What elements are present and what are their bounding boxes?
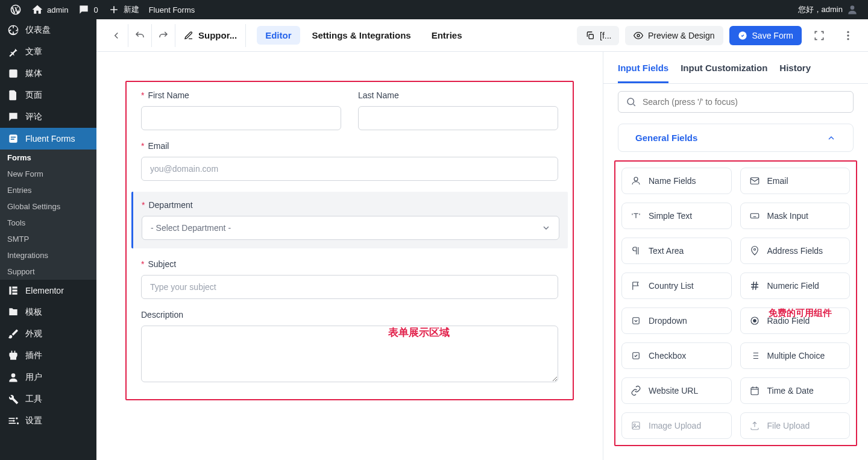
more-vertical-icon [842, 30, 854, 42]
submenu-integrations[interactable]: Integrations [0, 247, 96, 263]
more-button[interactable] [837, 24, 860, 47]
menu-users[interactable]: 用户 [0, 367, 96, 388]
menu-fluent-forms[interactable]: Fluent Forms [0, 128, 96, 150]
fullscreen-button[interactable] [808, 24, 831, 47]
save-button[interactable]: Save Form [729, 26, 802, 45]
site-name: admin [47, 5, 68, 14]
field-file-upload[interactable]: File Upload [740, 412, 851, 439]
submenu-support[interactable]: Support [0, 263, 96, 280]
menu-elementor[interactable]: Elementor [0, 280, 96, 301]
submenu-entries[interactable]: Entries [0, 182, 96, 198]
menu-templates[interactable]: 模板 [0, 301, 96, 323]
calendar-icon [749, 385, 760, 396]
subject-input[interactable] [141, 275, 558, 299]
new-label: 新建 [124, 4, 139, 15]
form-outline-annotation: *First Name Last Name *Email *Depart [125, 81, 574, 400]
wordpress-icon [10, 4, 22, 16]
svg-rect-2 [11, 137, 16, 138]
undo-button[interactable] [128, 24, 152, 47]
field-email[interactable]: Email [740, 168, 851, 194]
folder-icon [7, 306, 19, 318]
svg-point-8 [11, 373, 16, 377]
field-textarea[interactable]: Text Area [621, 238, 732, 264]
field-multiple[interactable]: Multiple Choice [740, 342, 851, 369]
adminbar-comments[interactable]: 0 [73, 0, 102, 19]
comment-icon [78, 4, 90, 16]
wp-logo[interactable] [5, 0, 27, 19]
panel-tab-customization[interactable]: Input Customization [681, 63, 767, 83]
chevron-left-icon [111, 30, 122, 41]
svg-rect-9 [589, 34, 593, 39]
field-image-upload[interactable]: Image Upload [621, 412, 732, 439]
undo-icon [134, 30, 145, 41]
submenu-smtp[interactable]: SMTP [0, 231, 96, 247]
email-input[interactable] [141, 157, 558, 181]
menu-comments[interactable]: 评论 [0, 106, 96, 128]
menu-posts[interactable]: 文章 [0, 41, 96, 63]
menu-tools[interactable]: 工具 [0, 388, 96, 410]
panel-tab-history[interactable]: History [779, 63, 811, 83]
menu-settings[interactable]: 设置 [0, 410, 96, 432]
menu-appearance[interactable]: 外观 [0, 323, 96, 345]
field-datetime[interactable]: Time & Date [740, 377, 851, 404]
firstname-input[interactable] [141, 106, 341, 130]
svg-point-0 [851, 5, 855, 10]
fields-annotation: 免费的可用组件 [769, 307, 832, 319]
panel-tab-input-fields[interactable]: Input Fields [618, 63, 668, 83]
redo-icon [158, 30, 169, 41]
redo-button[interactable] [152, 24, 175, 47]
field-country[interactable]: Country List [621, 273, 732, 299]
field-address[interactable]: Address Fields [740, 238, 851, 264]
menu-plugins[interactable]: 插件 [0, 345, 96, 367]
lastname-input[interactable] [358, 106, 558, 130]
preview-button[interactable]: Preview & Design [625, 26, 723, 45]
wp-sidebar: 仪表盘 文章 媒体 页面 评论 Fluent Forms Forms New F… [0, 19, 96, 460]
submenu-newform[interactable]: New Form [0, 166, 96, 182]
field-dropdown[interactable]: Dropdown [621, 307, 732, 334]
field-numeric[interactable]: Numeric Field [740, 273, 851, 299]
department-select[interactable]: - Select Department - [142, 216, 559, 240]
map-pin-icon [749, 245, 760, 256]
svg-rect-17 [750, 178, 759, 184]
plugin-icon [7, 350, 19, 362]
adminbar-new[interactable]: 新建 [103, 0, 144, 19]
tab-settings[interactable]: Settings & Integrations [304, 26, 420, 45]
eye-icon [634, 31, 643, 40]
selected-field[interactable]: *Department - Select Department - [131, 192, 568, 248]
keyboard-icon [749, 210, 760, 221]
text-icon [631, 210, 641, 221]
avatar-icon [846, 4, 858, 16]
adminbar-breadcrumb[interactable]: Fluent Forms [144, 0, 200, 19]
field-url[interactable]: Website URL [621, 377, 732, 404]
field-checkbox[interactable]: Checkbox [621, 342, 732, 369]
radio-icon [749, 315, 760, 326]
adminbar-account[interactable]: 您好，admin [793, 0, 863, 19]
menu-pages[interactable]: 页面 [0, 84, 96, 106]
field-name[interactable]: Name Fields [621, 168, 732, 194]
form-title[interactable]: Suppor... [175, 24, 246, 47]
tab-editor[interactable]: Editor [257, 26, 300, 45]
submenu-tools[interactable]: Tools [0, 215, 96, 231]
menu-dashboard[interactable]: 仪表盘 [0, 19, 96, 41]
site-home[interactable]: admin [27, 0, 73, 19]
tab-entries[interactable]: Entries [423, 26, 471, 45]
submenu-forms[interactable]: Forms [0, 150, 96, 166]
form-canvas[interactable]: *First Name Last Name *Email *Depart [96, 52, 603, 460]
description-label: Description [141, 310, 183, 320]
back-button[interactable] [105, 24, 128, 47]
description-textarea[interactable] [141, 326, 558, 382]
field-simpletext[interactable]: Simple Text [621, 203, 732, 229]
menu-media[interactable]: 媒体 [0, 63, 96, 84]
svg-rect-4 [9, 286, 11, 294]
paragraph-icon [631, 245, 641, 256]
field-mask[interactable]: Mask Input [740, 203, 851, 229]
shortcode-button[interactable]: [f... [577, 26, 619, 45]
search-input[interactable] [643, 97, 846, 107]
search-box[interactable] [618, 91, 854, 113]
svg-point-15 [627, 98, 634, 105]
list-icon [749, 350, 760, 361]
wp-adminbar: admin 0 新建 Fluent Forms 您好，admin [0, 0, 868, 19]
required-indicator: * [141, 259, 144, 269]
section-general-fields[interactable]: General Fields [618, 124, 854, 152]
submenu-globalsettings[interactable]: Global Settings [0, 198, 96, 215]
